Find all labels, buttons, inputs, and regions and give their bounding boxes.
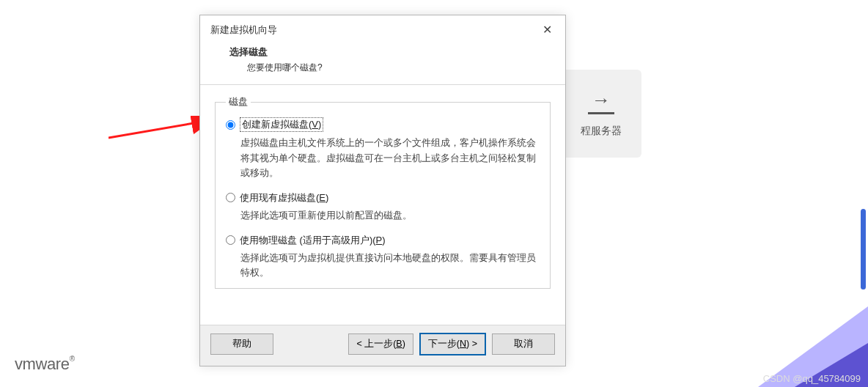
bg-card-connect-server[interactable]: → 程服务器 — [561, 70, 641, 158]
vmware-logo: vmware® — [15, 355, 75, 374]
dialog-subheader: 选择磁盘 您要使用哪个磁盘? — [200, 43, 565, 84]
option-description: 虚拟磁盘由主机文件系统上的一个或多个文件组成，客户机操作系统会将其视为单个硬盘。… — [240, 136, 540, 181]
radio-input[interactable] — [226, 193, 235, 202]
page-title: 选择磁盘 — [229, 45, 555, 59]
radio-label: 使用物理磁盘 (适用于高级用户)(P) — [240, 234, 386, 247]
option-use-existing-disk: 使用现有虚拟磁盘(E) 选择此选项可重新使用以前配置的磁盘。 — [226, 191, 540, 224]
help-button[interactable]: 帮助 — [210, 333, 273, 355]
option-use-physical-disk: 使用物理磁盘 (适用于高级用户)(P) 选择此选项可为虚拟机提供直接访问本地硬盘… — [226, 234, 540, 281]
radio-label: 使用现有虚拟磁盘(E) — [240, 191, 328, 204]
option-create-new-disk: 创建新虚拟磁盘(V) 虚拟磁盘由主机文件系统上的一个或多个文件组成，客户机操作系… — [226, 117, 540, 181]
radio-input[interactable] — [226, 120, 235, 130]
bg-card-label: 程服务器 — [581, 125, 622, 138]
option-description: 选择此选项可重新使用以前配置的磁盘。 — [240, 208, 540, 224]
arrow-right-icon: → — [592, 90, 611, 109]
radio-label: 创建新虚拟磁盘(V) — [240, 117, 323, 132]
option-description: 选择此选项可为虚拟机提供直接访问本地硬盘的权限。需要具有管理员特权。 — [240, 251, 540, 281]
next-button[interactable]: 下一步(N) > — [419, 333, 486, 355]
dialog-footer: 帮助 < 上一步(B) 下一步(N) > 取消 — [200, 325, 565, 366]
dialog-title: 新建虚拟机向导 — [210, 23, 277, 37]
radio-input[interactable] — [226, 235, 235, 245]
group-legend: 磁盘 — [226, 95, 251, 108]
divider — [588, 112, 614, 114]
cancel-button[interactable]: 取消 — [492, 333, 555, 355]
scrollbar-thumb[interactable] — [861, 209, 866, 290]
radio-use-physical-disk[interactable]: 使用物理磁盘 (适用于高级用户)(P) — [226, 234, 540, 247]
page-question: 您要使用哪个磁盘? — [247, 62, 555, 74]
radio-create-new-disk[interactable]: 创建新虚拟磁盘(V) — [226, 117, 540, 132]
svg-line-0 — [108, 120, 211, 138]
watermark: CSDN @qq_45784099 — [763, 373, 861, 384]
radio-use-existing-disk[interactable]: 使用现有虚拟磁盘(E) — [226, 191, 540, 204]
dialog-body: 磁盘 创建新虚拟磁盘(V) 虚拟磁盘由主机文件系统上的一个或多个文件组成，客户机… — [200, 85, 565, 325]
back-button[interactable]: < 上一步(B) — [348, 333, 413, 355]
new-vm-wizard-dialog: 新建虚拟机向导 ✕ 选择磁盘 您要使用哪个磁盘? 磁盘 创建新虚拟磁盘(V) 虚… — [199, 15, 566, 366]
disk-group: 磁盘 创建新虚拟磁盘(V) 虚拟磁盘由主机文件系统上的一个或多个文件组成，客户机… — [215, 95, 551, 289]
dialog-titlebar: 新建虚拟机向导 ✕ — [200, 15, 565, 43]
close-icon[interactable]: ✕ — [538, 21, 556, 38]
